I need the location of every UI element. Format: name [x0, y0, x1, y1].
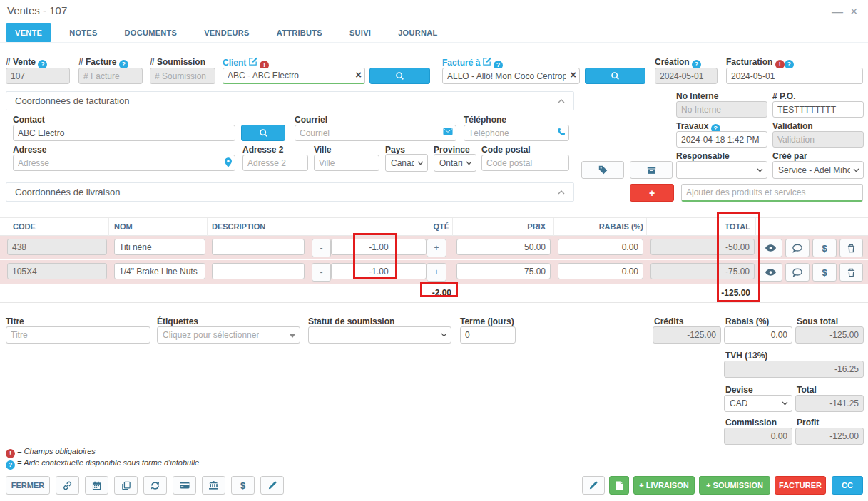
payment-card-button[interactable]	[173, 476, 196, 495]
view-item-button[interactable]	[758, 263, 782, 282]
telephone-field[interactable]	[464, 125, 569, 141]
row-code-field[interactable]	[7, 239, 107, 255]
terme-field[interactable]	[460, 326, 516, 344]
total-field[interactable]	[795, 395, 864, 412]
code-postal-field[interactable]	[481, 155, 569, 171]
no-interne-field[interactable]	[676, 101, 767, 118]
delete-item-button[interactable]	[839, 239, 863, 257]
envelope-icon[interactable]	[443, 128, 453, 135]
row-code-field[interactable]	[7, 263, 107, 279]
qty-minus-button[interactable]: -	[312, 263, 331, 282]
credits-field[interactable]	[653, 326, 721, 344]
delete-item-button[interactable]	[839, 263, 863, 282]
tab-notes[interactable]: NOTES	[60, 23, 106, 42]
qty-plus-button[interactable]: +	[427, 239, 446, 257]
row-prix-field[interactable]	[456, 263, 551, 279]
facture-number-field[interactable]	[78, 68, 143, 84]
row-description-field[interactable]	[212, 263, 305, 279]
fermer-button[interactable]: FERMER	[6, 476, 50, 495]
comment-item-button[interactable]	[785, 239, 810, 257]
row-nom-field[interactable]	[114, 239, 205, 255]
note-button[interactable]	[582, 476, 605, 495]
devise-select[interactable]: CAD	[724, 395, 792, 412]
billing-section-header[interactable]: Coordonnées de facturation	[6, 91, 574, 110]
pays-select[interactable]: Canada	[385, 154, 428, 172]
cc-button[interactable]: CC	[832, 476, 863, 495]
map-pin-icon[interactable]	[225, 157, 232, 167]
tab-documents[interactable]: DOCUMENTS	[116, 23, 187, 42]
vente-number-field[interactable]	[6, 68, 70, 84]
adresse2-field[interactable]	[242, 155, 308, 171]
duplicate-button[interactable]	[114, 476, 138, 495]
client-search-button[interactable]	[369, 68, 430, 84]
adresse-field[interactable]	[13, 155, 235, 171]
price-item-button[interactable]: $	[812, 263, 837, 282]
add-product-button[interactable]: +	[630, 184, 674, 202]
row-nom-field[interactable]	[114, 263, 205, 279]
row-rabais-field[interactable]	[558, 263, 643, 279]
etiquettes-multiselect[interactable]: Cliquez pour sélectionner	[157, 326, 300, 344]
client-field-wrap: ×	[223, 68, 365, 86]
facturer-button[interactable]: FACTURER	[775, 476, 826, 495]
facturation-date-field[interactable]	[726, 68, 863, 84]
chevron-down-icon	[441, 333, 447, 337]
facture-a-field[interactable]	[442, 68, 580, 84]
add-livraison-button[interactable]: + LIVRAISON	[633, 476, 695, 495]
edit-icon[interactable]	[483, 57, 491, 66]
commission-field[interactable]	[724, 428, 792, 445]
creation-date-field[interactable]	[655, 68, 718, 84]
tab-attributs[interactable]: ATTRIBUTS	[267, 23, 332, 42]
phone-icon[interactable]	[557, 128, 566, 136]
titre-field[interactable]	[6, 326, 150, 344]
money-button[interactable]: $	[231, 476, 255, 495]
document-button[interactable]	[609, 476, 629, 495]
client-field[interactable]	[223, 68, 365, 84]
sous-total-field[interactable]	[795, 326, 864, 344]
cree-par-select[interactable]: Service - Adel Miho	[772, 161, 864, 179]
validation-field[interactable]	[772, 131, 864, 148]
contact-search-button[interactable]	[241, 125, 285, 141]
bank-button[interactable]	[202, 476, 225, 495]
row-prix-field[interactable]	[456, 239, 551, 255]
province-select[interactable]: Ontario	[434, 154, 476, 172]
po-field[interactable]	[772, 101, 864, 118]
tab-journal[interactable]: JOURNAL	[389, 23, 446, 42]
link-button[interactable]	[56, 476, 79, 495]
comment-item-button[interactable]	[785, 263, 810, 282]
clear-client-icon[interactable]: ×	[355, 68, 362, 81]
tags-button[interactable]	[581, 161, 624, 179]
clear-facture-a-icon[interactable]: ×	[570, 68, 576, 81]
refresh-button[interactable]	[143, 476, 167, 495]
row-description-field[interactable]	[212, 239, 305, 255]
price-item-button[interactable]: $	[812, 239, 837, 257]
archive-button[interactable]	[630, 161, 673, 179]
soumission-number-field[interactable]	[150, 68, 215, 84]
qty-minus-button[interactable]: -	[312, 239, 331, 257]
shipping-section-title: Coordonnées de livraison	[15, 187, 120, 197]
shipping-section-header[interactable]: Coordonnées de livraison	[6, 182, 574, 202]
credits-label: Crédits	[654, 316, 683, 326]
statut-select[interactable]	[308, 326, 451, 344]
add-soumission-button[interactable]: + SOUMISSION	[699, 476, 770, 495]
responsable-select[interactable]	[676, 161, 767, 179]
profit-field[interactable]	[795, 428, 864, 445]
courriel-field[interactable]	[295, 125, 456, 141]
qty-plus-button[interactable]: +	[427, 263, 446, 282]
edit-sale-button[interactable]	[260, 476, 284, 495]
row-rabais-field[interactable]	[558, 239, 643, 255]
close-icon[interactable]: ×	[850, 4, 858, 19]
calendar-button[interactable]	[85, 476, 108, 495]
tab-vendeurs[interactable]: VENDEURS	[195, 23, 259, 42]
edit-icon[interactable]	[249, 57, 257, 66]
travaux-field[interactable]	[676, 131, 767, 148]
add-product-input[interactable]	[681, 184, 863, 202]
contact-field[interactable]	[13, 125, 235, 141]
tab-suivi[interactable]: SUIVI	[340, 23, 380, 42]
ville-field[interactable]	[314, 155, 379, 171]
facture-a-search-button[interactable]	[585, 68, 645, 84]
view-item-button[interactable]	[758, 239, 782, 257]
minimize-icon[interactable]: —	[832, 6, 843, 19]
tab-vente[interactable]: VENTE	[6, 23, 51, 42]
tvh-field[interactable]	[724, 361, 864, 378]
rabais-field[interactable]	[724, 326, 792, 344]
